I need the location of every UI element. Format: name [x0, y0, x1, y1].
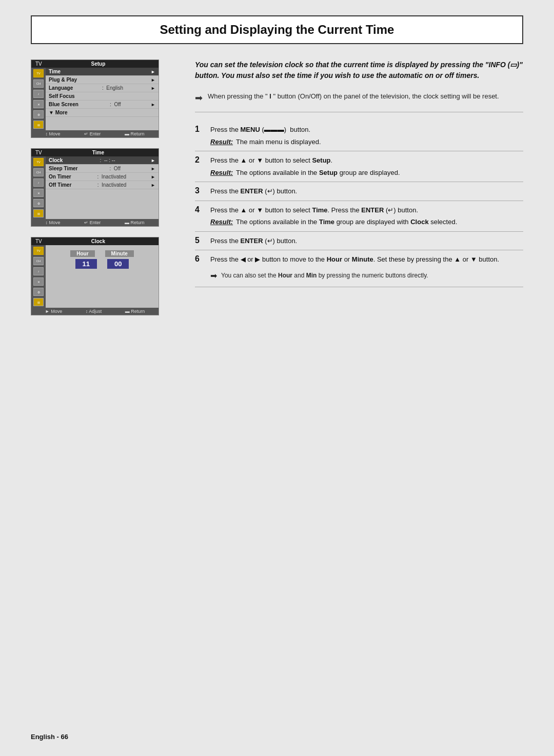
tv-header-3: TV Clock	[31, 237, 159, 245]
result-label-4: Result:	[210, 217, 233, 227]
tv-icon-ch: CH	[33, 79, 44, 88]
tv-icon-ch-2: CH	[33, 168, 44, 176]
step-result-2: Result: The options available in the Set…	[210, 168, 523, 178]
tv-body-2: TV CH ♪ ✕ ⚙ ⊞ Clock : -- : -- ►	[31, 156, 159, 219]
tv-icon-cfg-3: ⚙	[33, 288, 44, 296]
result-text-2: The options available in the Setup group…	[236, 168, 400, 178]
tv-header-2: TV Time	[31, 149, 159, 156]
step-6: 6 Press the ◀ or ▶ button to move to the…	[195, 250, 523, 287]
tv-label-3: TV	[35, 238, 42, 244]
tv-icon-vol-3: ♪	[33, 267, 44, 275]
menu-item-plug-play: Plug & Play ►	[46, 76, 159, 84]
clock-hour-value: 11	[75, 259, 97, 269]
result-text-1: The main menu is displayed.	[236, 137, 321, 147]
tv-body-1: TV CH ♪ ✕ ⚙ ⊞ Time ► Plug & Play	[31, 68, 159, 130]
step-number-5: 5	[195, 236, 205, 246]
tv-icon-extra-2: ⊞	[33, 209, 44, 217]
page-footer: English - 66	[31, 733, 68, 741]
step-content-1: Press the MENU (▬▬▬) button. Result: The…	[210, 125, 523, 147]
step-content-2: Press the ▲ or ▼ button to select Setup.…	[210, 155, 523, 177]
tv-footer-2: ↕ Move ↵ Enter ▬ Return	[31, 219, 159, 226]
step-content-4: Press the ▲ or ▼ button to select Time. …	[210, 205, 523, 227]
step-2: 2 Press the ▲ or ▼ button to select Setu…	[195, 151, 523, 182]
step-number-2: 2	[195, 155, 205, 177]
step-action-4: Press the ▲ or ▼ button to select Time. …	[210, 205, 523, 215]
note-text: When pressing the " I " button (On/Off) …	[208, 91, 499, 102]
step-1: 1 Press the MENU (▬▬▬) button. Result: T…	[195, 121, 523, 151]
clock-hour-label: Hour	[70, 250, 94, 257]
intro-text: You can set the television clock so that…	[195, 59, 523, 81]
tv-icon-mute-3: ✕	[33, 277, 44, 286]
clock-content: Hour Minute 11 00	[46, 245, 159, 308]
result-text-4: The options available in the Time group …	[236, 217, 457, 227]
note-arrow-icon: ➡	[195, 92, 203, 104]
steps-list: 1 Press the MENU (▬▬▬) button. Result: T…	[195, 121, 523, 287]
tv-label-2: TV	[35, 150, 42, 155]
tv-icons-3: TV CH ♪ ✕ ⚙ ⊞	[31, 245, 46, 308]
sub-note-text-6: You can also set the Hour and Min by pre…	[221, 271, 428, 281]
tv-icon-cfg-2: ⚙	[33, 199, 44, 207]
tv-icons-1: TV CH ♪ ✕ ⚙ ⊞	[31, 68, 46, 130]
step-action-1: Press the MENU (▬▬▬) button.	[210, 125, 523, 135]
tv-icon-mute: ✕	[33, 100, 44, 108]
menu-item-more: ▼ More	[46, 109, 159, 117]
result-label-2: Result:	[210, 168, 233, 178]
tv-icon-tv-2: TV	[33, 158, 44, 166]
tv-screen-setup: TV Setup TV CH ♪ ✕ ⚙ ⊞ Time	[31, 59, 159, 138]
menu-item-blue-screen: Blue Screen : Off ►	[46, 101, 159, 109]
menu-item-language: Language : English ►	[46, 84, 159, 92]
step-number-3: 3	[195, 186, 205, 196]
menu-item-clock: Clock : -- : -- ►	[46, 156, 159, 165]
step-action-6: Press the ◀ or ▶ button to move to the H…	[210, 254, 523, 265]
step-content-5: Press the ENTER (↵) button.	[210, 236, 523, 246]
footer-text: English - 66	[31, 733, 68, 741]
clock-labels: Hour Minute	[70, 250, 134, 257]
tv-screen-clock: TV Clock TV CH ♪ ✕ ⚙ ⊞ Hour	[31, 237, 159, 315]
step-5: 5 Press the ENTER (↵) button.	[195, 232, 523, 251]
clock-values: 11 00	[75, 259, 129, 269]
page: Setting and Displaying the Current Time …	[0, 0, 554, 756]
tv-icon-tv-3: TV	[33, 247, 44, 255]
menu-item-self-focus: Self Focus	[46, 92, 159, 101]
main-content: TV Setup TV CH ♪ ✕ ⚙ ⊞ Time	[0, 54, 554, 315]
step-number-4: 4	[195, 205, 205, 227]
tv-footer-1: ↕ Move ↵ Enter ▬ Return	[31, 130, 159, 137]
left-panel: TV Setup TV CH ♪ ✕ ⚙ ⊞ Time	[31, 54, 180, 315]
clock-minute-label: Minute	[105, 250, 134, 257]
right-panel: You can set the television clock so that…	[195, 54, 523, 315]
page-title: Setting and Displaying the Current Time	[42, 23, 512, 37]
clock-body: TV CH ♪ ✕ ⚙ ⊞ Hour Minute 11	[31, 245, 159, 308]
menu-title-2: Time	[92, 150, 104, 155]
menu-title-3: Clock	[91, 238, 105, 244]
step-number-6: 6	[195, 254, 205, 283]
tv-footer-3: ► Move ↕ Adjust ▬ Return	[31, 308, 159, 315]
step-action-2: Press the ▲ or ▼ button to select Setup.	[210, 155, 523, 166]
note-box: ➡ When pressing the " I " button (On/Off…	[195, 91, 523, 112]
tv-menu-items-2: Clock : -- : -- ► Sleep Timer : Off ► On…	[46, 156, 159, 219]
step-sub-note-6: ➡ You can also set the Hour and Min by p…	[210, 269, 523, 283]
menu-item-off-timer: Off Timer : Inactivated ►	[46, 181, 159, 189]
tv-icon-vol-2: ♪	[33, 178, 44, 187]
step-action-3: Press the ENTER (↵) button.	[210, 186, 523, 196]
clock-minute-value: 00	[107, 259, 129, 269]
menu-title-1: Setup	[91, 61, 106, 67]
tv-icon-vol: ♪	[33, 90, 44, 98]
step-3: 3 Press the ENTER (↵) button.	[195, 182, 523, 201]
step-action-5: Press the ENTER (↵) button.	[210, 236, 523, 246]
menu-item-sleep-timer: Sleep Timer : Off ►	[46, 165, 159, 173]
step-content-6: Press the ◀ or ▶ button to move to the H…	[210, 254, 523, 283]
tv-icon-extra: ⊞	[33, 121, 44, 129]
tv-icon-tv: TV	[33, 69, 44, 77]
title-bar: Setting and Displaying the Current Time	[31, 15, 523, 44]
step-result-1: Result: The main menu is displayed.	[210, 137, 523, 147]
tv-menu-items-1: Time ► Plug & Play ► Language : English …	[46, 68, 159, 130]
sub-note-arrow-icon: ➡	[210, 271, 217, 281]
menu-item-on-timer: On Timer : Inactivated ►	[46, 173, 159, 181]
menu-item-time: Time ►	[46, 68, 159, 76]
tv-icon-cfg: ⚙	[33, 110, 44, 118]
step-result-4: Result: The options available in the Tim…	[210, 217, 523, 227]
tv-icon-mute-2: ✕	[33, 189, 44, 197]
step-content-3: Press the ENTER (↵) button.	[210, 186, 523, 196]
tv-icon-ch-3: CH	[33, 257, 44, 265]
step-number-1: 1	[195, 125, 205, 147]
